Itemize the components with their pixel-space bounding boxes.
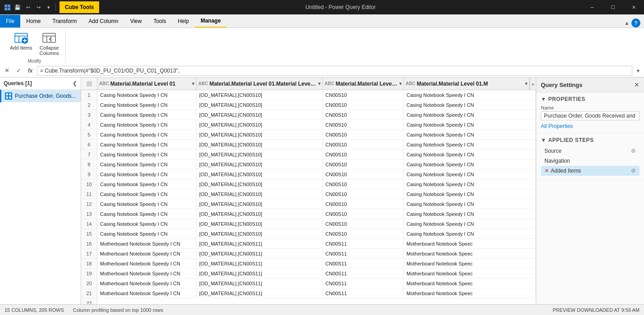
tab-home[interactable]: Home	[20, 15, 46, 27]
table-cell: Casing Notebook Speedy I CN	[97, 150, 196, 159]
table-row[interactable]: 6Casing Notebook Speedy I CN[OD_MATERIAL…	[81, 140, 536, 150]
tab-help[interactable]: Help	[172, 15, 195, 27]
title-bar: 💾 ↩ ↪ ▾ Cube Tools Untitled - Power Quer…	[0, 0, 644, 14]
formula-expand-btn[interactable]: ▾	[634, 66, 642, 76]
table-row[interactable]: 17Motherboard Notebook Speedy I CN[OD_MA…	[81, 249, 536, 259]
cube-tools-tab[interactable]: Cube Tools	[59, 1, 99, 13]
collapse-columns-button[interactable]: CollapseColumns	[37, 29, 62, 58]
redo-quick-btn[interactable]: ↪	[34, 3, 43, 12]
queries-panel: Queries [1] ❮ Purchase Order, Goods...	[0, 78, 81, 304]
col-header-2[interactable]: ABC Material.Material Level 01.Material …	[196, 78, 323, 90]
row-number: 19	[81, 269, 97, 278]
table-row[interactable]: 1Casing Notebook Speedy I CN[OD_MATERIAL…	[81, 90, 536, 100]
query-settings-title: Query Settings	[541, 82, 582, 88]
table-row[interactable]: 18Motherboard Notebook Speedy I CN[OD_MA…	[81, 259, 536, 269]
table-row[interactable]: 9Casing Notebook Speedy I CN[OD_MATERIAL…	[81, 169, 536, 179]
grid-body: 1Casing Notebook Speedy I CN[OD_MATERIAL…	[81, 90, 536, 304]
table-row[interactable]: 12Casing Notebook Speedy I CN[OD_MATERIA…	[81, 199, 536, 209]
maximize-btn[interactable]: ☐	[603, 0, 623, 14]
table-cell: Casing Notebook Speedy I CN	[404, 160, 536, 169]
tab-view[interactable]: View	[124, 15, 148, 27]
query-item-purchase-order[interactable]: Purchase Order, Goods...	[0, 90, 81, 102]
table-cell: Motherboard Notebook Speec	[404, 269, 536, 278]
table-cell: CN00S11	[323, 278, 404, 288]
window-controls: ─ ☐ ✕	[582, 0, 644, 14]
undo-quick-btn[interactable]: ↩	[23, 3, 32, 12]
quick-access-dropdown[interactable]: ▾	[44, 3, 53, 12]
step-source-gear[interactable]: ⚙	[631, 148, 636, 154]
col-filter-1[interactable]: ▾	[192, 81, 194, 86]
add-items-label: Add Items	[10, 45, 32, 50]
col-header-4[interactable]: ABC Material.Material Level 01.M ▾	[404, 78, 530, 90]
save-quick-btn[interactable]: 💾	[13, 3, 22, 12]
table-row[interactable]: 13Casing Notebook Speedy I CN[OD_MATERIA…	[81, 209, 536, 219]
tab-add-column[interactable]: Add Column	[83, 15, 124, 27]
row-number: 7	[81, 150, 97, 159]
formula-input[interactable]	[37, 66, 632, 76]
table-row[interactable]: 2Casing Notebook Speedy I CN[OD_MATERIAL…	[81, 100, 536, 110]
col-header-1[interactable]: ABC Material.Material Level 01 ▾	[97, 78, 196, 90]
formula-confirm-btn[interactable]: ✓	[14, 66, 23, 76]
applied-steps-arrow[interactable]: ▼	[541, 137, 546, 143]
col-type-icon-4: ABC	[406, 81, 416, 86]
table-cell: [OD_MATERIAL].[CN00S10]	[196, 169, 323, 179]
properties-arrow[interactable]: ▼	[541, 96, 546, 102]
ribbon-collapse-btn[interactable]: ▲	[622, 18, 631, 27]
row-number: 5	[81, 130, 97, 139]
table-cell: CN00S10	[323, 229, 404, 238]
table-row[interactable]: 11Casing Notebook Speedy I CN[OD_MATERIA…	[81, 189, 536, 199]
step-source[interactable]: Source ⚙	[541, 146, 639, 156]
query-settings-close-btn[interactable]: ✕	[634, 81, 639, 88]
step-added-items-gear[interactable]: ⚙	[631, 168, 636, 174]
col-filter-3[interactable]: ▾	[399, 81, 402, 86]
step-added-items[interactable]: ✕ Added Items ⚙	[541, 166, 639, 176]
step-navigation-label: Navigation	[544, 158, 570, 164]
collapse-columns-label: CollapseColumns	[40, 45, 59, 56]
close-btn[interactable]: ✕	[623, 0, 644, 14]
table-cell: [OD_MATERIAL].[CN00S11]	[196, 288, 323, 298]
row-number: 18	[81, 259, 97, 268]
row-number: 22	[81, 298, 97, 304]
formula-cancel-btn[interactable]: ✕	[2, 66, 12, 76]
step-navigation[interactable]: Navigation	[541, 156, 639, 166]
query-name: Purchase Order, Goods...	[15, 93, 77, 99]
queries-collapse-btn[interactable]: ❮	[73, 80, 77, 87]
table-row[interactable]: 21Motherboard Notebook Speedy I CN[OD_MA…	[81, 288, 536, 298]
name-field-input[interactable]	[541, 111, 639, 120]
table-cell: Casing Notebook Speedy I CN	[404, 189, 536, 199]
col-filter-2[interactable]: ▾	[318, 81, 320, 86]
svg-rect-0	[5, 5, 7, 7]
table-row[interactable]: 5Casing Notebook Speedy I CN[OD_MATERIAL…	[81, 130, 536, 140]
modify-group: Add Items CollapseColumns Modify	[4, 30, 66, 62]
add-items-button[interactable]: Add Items	[7, 29, 35, 58]
query-table-icon	[5, 92, 12, 100]
table-cell: [OD_MATERIAL].[CN00S11]	[196, 269, 323, 278]
scroll-up-btn[interactable]: ▲	[530, 78, 536, 90]
table-row[interactable]: 20Motherboard Notebook Speedy I CN[OD_MA…	[81, 278, 536, 288]
table-row[interactable]: 4Casing Notebook Speedy I CN[OD_MATERIAL…	[81, 120, 536, 130]
table-row[interactable]: 19Motherboard Notebook Speedy I CN[OD_MA…	[81, 269, 536, 278]
minimize-btn[interactable]: ─	[582, 0, 603, 14]
table-cell: CN00S10	[323, 120, 404, 129]
table-row[interactable]: 10Casing Notebook Speedy I CN[OD_MATERIA…	[81, 179, 536, 189]
table-row[interactable]: 15Casing Notebook Speedy I CN[OD_MATERIA…	[81, 229, 536, 239]
table-row[interactable]: 8Casing Notebook Speedy I CN[OD_MATERIAL…	[81, 160, 536, 169]
table-row[interactable]: 16Motherboard Notebook Speedy I CN[OD_MA…	[81, 239, 536, 249]
table-row[interactable]: 7Casing Notebook Speedy I CN[OD_MATERIAL…	[81, 150, 536, 160]
help-btn[interactable]: ?	[631, 18, 640, 27]
quick-access-toolbar: 💾 ↩ ↪ ▾	[0, 3, 59, 12]
formula-fx-btn[interactable]: fx	[25, 66, 35, 76]
tab-file[interactable]: File	[0, 15, 20, 27]
row-number: 20	[81, 278, 97, 288]
table-row[interactable]: 3Casing Notebook Speedy I CN[OD_MATERIAL…	[81, 110, 536, 120]
table-cell: Casing Notebook Speedy I CN	[97, 179, 196, 189]
tab-manage[interactable]: Manage	[195, 15, 227, 27]
col-header-3[interactable]: ABC Material.Material Level 01.Key ▾	[323, 78, 404, 90]
col-filter-4[interactable]: ▾	[525, 81, 527, 86]
svg-rect-21	[9, 96, 11, 99]
tab-transform[interactable]: Transform	[46, 15, 82, 27]
table-row[interactable]: 14Casing Notebook Speedy I CN[OD_MATERIA…	[81, 219, 536, 229]
all-properties-link[interactable]: All Properties	[541, 123, 573, 129]
table-row[interactable]: 22	[81, 298, 536, 304]
tab-tools[interactable]: Tools	[147, 15, 172, 27]
